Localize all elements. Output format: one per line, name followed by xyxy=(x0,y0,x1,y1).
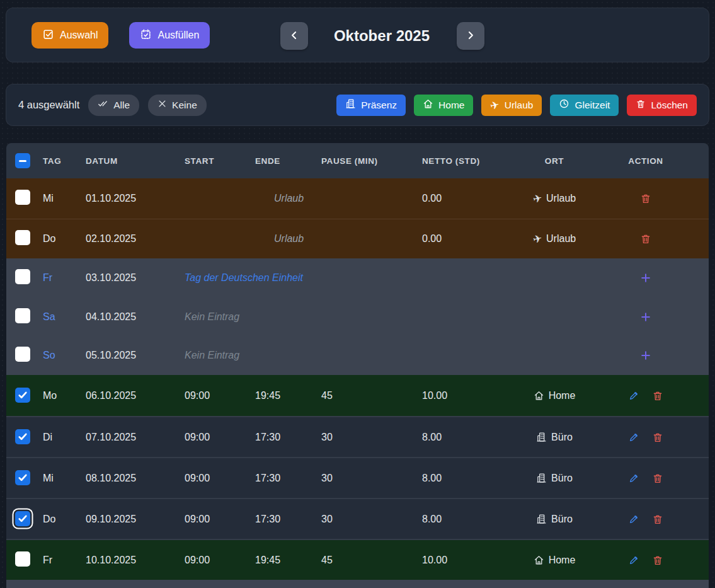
delete-entry-button[interactable] xyxy=(652,473,663,484)
row-checkbox-focused[interactable] xyxy=(15,511,30,526)
fill-button[interactable]: Ausfüllen xyxy=(129,22,210,49)
add-entry-button[interactable] xyxy=(639,349,652,362)
calendar-check-icon xyxy=(140,28,152,43)
add-entry-button[interactable] xyxy=(639,272,652,284)
empty-note: Kein Eintrag xyxy=(185,350,422,361)
date-label: 02.10.2025 xyxy=(86,233,185,245)
ende-value: 17:30 xyxy=(255,473,321,484)
delete-entry-button[interactable] xyxy=(652,514,663,525)
ort-label: Büro xyxy=(551,432,573,443)
date-label: 10.10.2025 xyxy=(86,555,185,566)
table-header: TAG DATUM START ENDE PAUSE (MIN) NETTO (… xyxy=(6,143,709,178)
date-label: 05.10.2025 xyxy=(86,350,185,361)
home-label: Home xyxy=(438,100,464,111)
pause-value: 30 xyxy=(321,432,422,443)
table-row: Do 02.10.2025 Urlaub 0.00 ✈Urlaub xyxy=(6,219,709,258)
edit-entry-button[interactable] xyxy=(628,555,639,566)
plane-icon: ✈ xyxy=(489,98,501,112)
entry-note: Urlaub xyxy=(185,233,422,245)
plane-icon: ✈ xyxy=(532,192,544,206)
delete-entry-button[interactable] xyxy=(640,193,651,204)
table-row: Di 07.10.2025 09:00 17:30 30 8.00 Büro xyxy=(6,416,709,457)
selection-toolbar: 4 ausgewählt Alle Keine Präsenz Home ✈ U… xyxy=(6,84,709,126)
column-header-tag: TAG xyxy=(43,156,86,166)
row-checkbox[interactable] xyxy=(15,269,30,284)
checkbox-check-icon xyxy=(42,28,54,43)
row-checkbox[interactable] xyxy=(15,551,30,567)
double-check-icon xyxy=(98,98,108,112)
ende-value: 17:30 xyxy=(255,432,321,443)
pause-value: 30 xyxy=(321,514,422,525)
row-checkbox[interactable] xyxy=(15,308,30,323)
delete-entry-button[interactable] xyxy=(652,390,663,401)
delete-label: Löschen xyxy=(651,100,688,111)
date-label: 07.10.2025 xyxy=(86,432,185,443)
empty-note: Kein Eintrag xyxy=(185,311,422,323)
house-icon xyxy=(423,98,433,112)
day-label: So xyxy=(43,350,86,361)
edit-entry-button[interactable] xyxy=(628,390,639,401)
table-row: Fr 03.10.2025 Tag der Deutschen Einheit xyxy=(6,258,709,297)
ort-label: Urlaub xyxy=(546,193,576,204)
row-checkbox[interactable] xyxy=(15,429,30,444)
netto-value: 8.00 xyxy=(422,473,504,484)
select-all-checkbox[interactable] xyxy=(15,153,30,168)
start-value: 09:00 xyxy=(185,514,255,525)
date-label: 04.10.2025 xyxy=(86,311,185,323)
edit-entry-button[interactable] xyxy=(628,473,639,484)
chevron-left-icon xyxy=(288,29,300,43)
column-header-pause: PAUSE (MIN) xyxy=(321,156,422,166)
house-icon xyxy=(534,555,544,565)
row-checkbox[interactable] xyxy=(15,470,30,485)
delete-entry-button[interactable] xyxy=(640,233,651,245)
start-value: 09:00 xyxy=(185,555,255,566)
selected-count: 4 ausgewählt xyxy=(18,99,79,111)
select-button[interactable]: Auswahl xyxy=(31,22,108,49)
row-checkbox[interactable] xyxy=(15,347,30,362)
date-label: 06.10.2025 xyxy=(86,390,185,401)
row-checkbox[interactable] xyxy=(15,388,30,403)
flextime-label: Gleitzeit xyxy=(575,100,610,111)
house-icon xyxy=(534,390,544,401)
entry-note: Urlaub xyxy=(185,193,422,204)
column-header-netto: NETTO (STD) xyxy=(422,156,504,166)
delete-entry-button[interactable] xyxy=(652,555,663,566)
ende-value: 17:30 xyxy=(255,514,321,525)
start-value: 09:00 xyxy=(185,390,255,401)
day-label: Mi xyxy=(43,473,86,484)
day-label: Fr xyxy=(43,555,86,566)
presence-button[interactable]: Präsenz xyxy=(336,95,406,116)
edit-entry-button[interactable] xyxy=(628,514,639,525)
delete-selected-button[interactable]: Löschen xyxy=(627,95,697,116)
column-header-ort: ORT xyxy=(504,156,605,166)
select-none-button[interactable]: Keine xyxy=(148,95,207,116)
pause-value: 45 xyxy=(321,390,422,401)
building-icon xyxy=(345,98,356,112)
flextime-button[interactable]: Gleitzeit xyxy=(550,95,619,116)
vacation-button[interactable]: ✈ Urlaub xyxy=(481,95,542,116)
start-value: 09:00 xyxy=(185,432,255,443)
building-icon xyxy=(536,514,547,524)
table-row: Mi 08.10.2025 09:00 17:30 30 8.00 Büro xyxy=(6,457,709,498)
delete-entry-button[interactable] xyxy=(652,432,663,443)
plane-icon: ✈ xyxy=(532,232,544,246)
ort-label: Büro xyxy=(551,514,573,525)
timesheet-table: TAG DATUM START ENDE PAUSE (MIN) NETTO (… xyxy=(6,143,709,588)
next-month-button[interactable] xyxy=(457,22,484,50)
row-checkbox[interactable] xyxy=(15,230,30,245)
day-label: Mi xyxy=(43,193,86,204)
date-label: 09.10.2025 xyxy=(86,514,185,525)
column-header-start: START xyxy=(185,156,255,166)
table-row: Sa 04.10.2025 Kein Eintrag xyxy=(6,297,709,336)
day-label: Do xyxy=(43,514,86,525)
ende-value: 19:45 xyxy=(255,390,321,401)
edit-entry-button[interactable] xyxy=(628,432,639,443)
add-entry-button[interactable] xyxy=(639,311,652,323)
day-label: Sa xyxy=(43,311,86,323)
building-icon xyxy=(536,473,547,483)
select-all-button[interactable]: Alle xyxy=(88,95,139,116)
row-checkbox[interactable] xyxy=(15,190,30,205)
home-button[interactable]: Home xyxy=(414,95,473,116)
start-value: 09:00 xyxy=(185,473,255,484)
date-label: 01.10.2025 xyxy=(86,193,185,204)
